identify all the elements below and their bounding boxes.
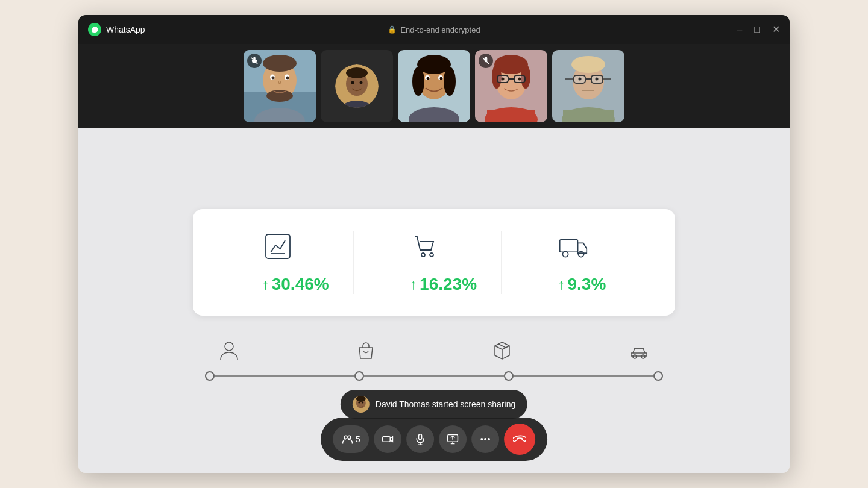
camera-button[interactable] (374, 425, 401, 453)
svg-point-73 (358, 402, 360, 404)
svg-point-27 (427, 77, 430, 80)
participants-count: 5 (356, 434, 360, 444)
toast-message: David Thomas started screen sharing (376, 399, 515, 409)
lock-icon: 🔒 (388, 25, 397, 34)
title-bar: WhatsApp 🔒 End-to-end endcrypted – □ ✕ (78, 15, 790, 44)
participant-tile-1[interactable] (244, 50, 316, 122)
svg-point-62 (579, 251, 584, 257)
car-icon (628, 340, 650, 364)
svg-point-75 (344, 436, 347, 439)
stat-item-2: ↑ 16.23% (386, 231, 502, 294)
step-dot-4 (653, 371, 663, 381)
step-dot-2 (354, 371, 364, 381)
svg-point-38 (502, 78, 505, 81)
svg-rect-60 (560, 239, 578, 251)
svg-point-63 (225, 342, 233, 351)
minimize-button[interactable]: – (737, 25, 742, 34)
title-bar-controls: – □ ✕ (549, 25, 780, 34)
svg-point-86 (488, 439, 489, 440)
svg-point-17 (351, 81, 354, 84)
microphone-icon (414, 433, 426, 445)
steps-icons (205, 340, 663, 364)
box-icon (491, 340, 513, 364)
svg-point-84 (481, 439, 483, 440)
svg-point-45 (571, 56, 605, 73)
svg-point-58 (421, 253, 425, 257)
participants-button[interactable]: 5 (333, 425, 369, 453)
end-call-button[interactable] (504, 424, 535, 455)
connector-1 (215, 375, 354, 377)
svg-point-8 (272, 77, 275, 80)
participant-tile-3[interactable] (398, 50, 470, 122)
app-window: WhatsApp 🔒 End-to-end endcrypted – □ ✕ (78, 15, 790, 473)
encryption-label: End-to-end endcrypted (400, 25, 480, 34)
svg-point-24 (444, 67, 456, 96)
svg-rect-77 (418, 434, 421, 440)
cart-icon (410, 231, 441, 266)
maximize-button[interactable]: □ (754, 25, 760, 34)
camera-icon (382, 433, 394, 445)
end-call-icon (513, 433, 526, 446)
title-bar-center: 🔒 End-to-end endcrypted (319, 25, 550, 34)
stat-value-2: ↑ 16.23% (410, 275, 477, 294)
microphone-button[interactable] (406, 425, 434, 453)
chart-icon (262, 231, 294, 266)
stat-value-1: ↑ 30.46% (262, 275, 329, 294)
svg-point-39 (518, 78, 521, 81)
whatsapp-logo (88, 23, 101, 36)
person-icon (218, 340, 240, 364)
call-controls: 5 (321, 418, 547, 461)
svg-point-59 (430, 253, 433, 257)
svg-point-68 (633, 355, 637, 358)
svg-point-23 (412, 67, 424, 96)
svg-rect-76 (383, 437, 391, 442)
step-bag (342, 340, 390, 364)
step-person (205, 340, 253, 364)
screenshare-icon (447, 433, 459, 445)
svg-point-18 (360, 81, 363, 84)
step-box (478, 340, 526, 364)
step-dot-3 (504, 371, 514, 381)
screen-share-toast: David Thomas started screen sharing (341, 390, 527, 419)
muted-badge-1 (247, 54, 262, 68)
steps-line (205, 371, 663, 381)
step-car (615, 340, 663, 364)
svg-line-67 (498, 344, 506, 348)
muted-badge-4 (479, 54, 493, 68)
svg-point-52 (596, 78, 599, 81)
participant-tile-2[interactable] (321, 50, 393, 122)
truck-icon (558, 231, 589, 266)
svg-line-64 (495, 346, 502, 349)
svg-point-51 (579, 78, 582, 81)
participants-strip (78, 44, 790, 128)
svg-point-5 (266, 90, 293, 102)
participants-icon (341, 433, 353, 445)
svg-point-74 (362, 402, 363, 404)
svg-point-72 (356, 396, 366, 402)
bag-icon (355, 340, 377, 364)
connector-2 (364, 375, 504, 377)
svg-point-4 (263, 55, 297, 72)
svg-rect-55 (563, 110, 614, 122)
more-button[interactable] (471, 425, 499, 453)
participant-tile-4[interactable] (475, 50, 547, 122)
stats-card: ↑ 30.46% ↑ 16.23% (193, 209, 675, 316)
svg-point-69 (641, 355, 645, 358)
connector-3 (514, 375, 653, 377)
stat-item-3: ↑ 9.3% (533, 231, 630, 294)
screen-share-area: ↑ 30.46% ↑ 16.23% (78, 128, 790, 473)
stat-item-1: ↑ 30.46% (238, 231, 354, 294)
svg-rect-41 (487, 110, 535, 122)
svg-point-16 (346, 67, 368, 78)
svg-point-85 (485, 439, 486, 440)
steps-row (205, 340, 663, 381)
svg-point-28 (440, 77, 443, 80)
more-icon (479, 433, 491, 445)
app-title: WhatsApp (106, 25, 145, 34)
step-dot-1 (205, 371, 215, 381)
close-button[interactable]: ✕ (772, 25, 780, 34)
screenshare-button[interactable] (439, 425, 467, 453)
participant-tile-5[interactable] (552, 50, 624, 122)
toast-avatar (353, 396, 370, 413)
svg-point-9 (286, 77, 289, 80)
